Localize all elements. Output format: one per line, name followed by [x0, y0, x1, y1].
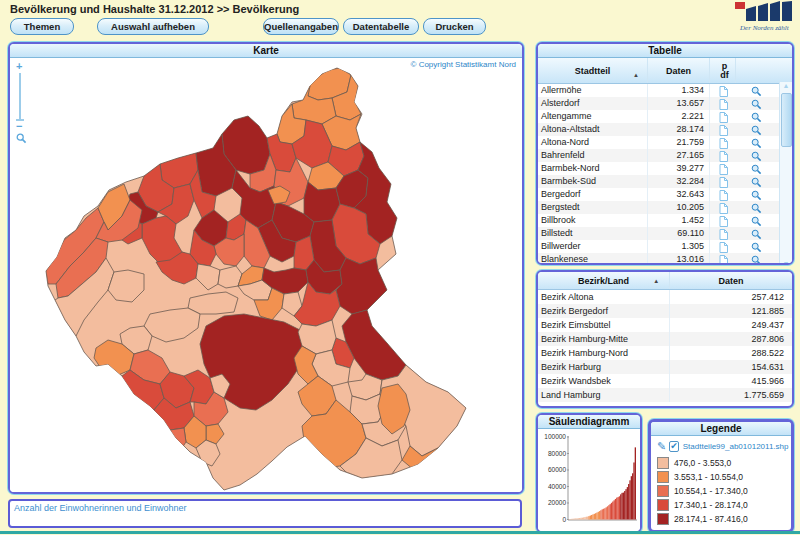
magnifier-icon[interactable]	[736, 240, 777, 253]
table-row[interactable]: Bergstedt10.205	[538, 201, 792, 214]
layer-name[interactable]: Stadtteile99_ab01012011.shp	[683, 442, 789, 451]
table-row[interactable]: Billstedt69.110	[538, 227, 792, 240]
pdf-icon[interactable]	[710, 175, 736, 188]
column-daten[interactable]: Daten	[648, 58, 710, 83]
column-pdf-line2: df	[720, 71, 729, 80]
magnifier-icon[interactable]	[736, 175, 777, 188]
table-row[interactable]: Barmbek-Nord39.277	[538, 162, 792, 175]
chart-bar	[602, 509, 603, 519]
table-scrollbar[interactable]: ▲ ▼	[779, 82, 792, 265]
bezirk-rows: Bezirk Altona257.412Bezirk Bergedorf121.…	[538, 290, 792, 402]
chart-bar	[635, 447, 636, 519]
magnifier-icon[interactable]	[736, 97, 777, 110]
bezirk-column-header: Bezirk/Land ▲ Daten	[538, 272, 792, 290]
magnifier-icon[interactable]	[736, 162, 777, 175]
chart-bar	[625, 489, 626, 519]
y-tick-label: 100000	[544, 433, 566, 440]
pdf-icon[interactable]	[710, 149, 736, 162]
choropleth-map[interactable]	[10, 58, 522, 494]
chart-bar	[608, 505, 609, 519]
table-row[interactable]: Altona-Altstadt28.174	[538, 123, 792, 136]
table-row[interactable]: Alsterdorf13.657	[538, 97, 792, 110]
table-row[interactable]: Bergedorf32.643	[538, 188, 792, 201]
pdf-icon[interactable]	[710, 201, 736, 214]
edit-pencil-icon[interactable]: ✎	[657, 441, 666, 452]
chart-bar	[604, 508, 605, 519]
footer-info-bar: Anzahl der Einwohnerinnen und Einwohner	[8, 499, 522, 528]
quellenangaben-button[interactable]: Quellenangaben	[263, 18, 339, 35]
table-row[interactable]: Allermöhe1.334	[538, 84, 792, 97]
pdf-icon[interactable]	[710, 162, 736, 175]
magnifier-icon[interactable]	[736, 214, 777, 227]
magnifier-icon[interactable]	[736, 188, 777, 201]
scroll-thumb[interactable]	[781, 93, 792, 147]
datentabelle-button[interactable]: Datentabelle	[343, 18, 419, 35]
y-tick-label: 20000	[548, 499, 566, 506]
magnifier-icon[interactable]	[736, 110, 777, 123]
column-bezirk-daten[interactable]: Daten	[670, 272, 792, 289]
pdf-icon[interactable]	[710, 110, 736, 123]
pdf-icon[interactable]	[710, 136, 736, 149]
table-row[interactable]: Blankenese13.016	[538, 253, 792, 265]
y-tick-label: 60000	[548, 466, 566, 473]
magnifier-icon[interactable]	[736, 84, 777, 97]
auswahl-aufheben-button[interactable]: Auswahl aufheben	[97, 18, 209, 35]
layer-checkbox[interactable]: ✔	[669, 441, 679, 452]
table-row[interactable]: Billbrook1.452	[538, 214, 792, 227]
pdf-icon[interactable]	[710, 253, 736, 265]
magnifier-icon[interactable]	[736, 149, 777, 162]
chart-bar	[578, 518, 579, 519]
table-row[interactable]: Billwerder1.305	[538, 240, 792, 253]
pdf-icon[interactable]	[710, 188, 736, 201]
table-row[interactable]: Altengamme2.221	[538, 110, 792, 123]
pdf-icon[interactable]	[710, 123, 736, 136]
chart-bar	[624, 491, 625, 519]
magnifier-icon[interactable]	[736, 201, 777, 214]
statistikamt-nord-logo: Der Norden zählt	[732, 1, 794, 33]
themen-button[interactable]: Themen	[10, 18, 74, 35]
scroll-up-icon[interactable]: ▲	[780, 82, 792, 89]
map-district[interactable]	[160, 428, 186, 454]
legend-body: ✎ ✔ Stadtteile99_ab01012011.shp 476,0 - …	[651, 436, 791, 525]
stadtteil-value: 13.657	[648, 97, 710, 110]
magnifier-icon[interactable]	[736, 136, 777, 149]
bezirk-value: 287.806	[670, 332, 792, 346]
drucken-button[interactable]: Drucken	[423, 18, 486, 35]
pdf-icon[interactable]	[710, 240, 736, 253]
table-row[interactable]: Altona-Nord21.759	[538, 136, 792, 149]
column-bezirk-land[interactable]: Bezirk/Land ▲	[538, 272, 670, 289]
pdf-icon[interactable]	[710, 227, 736, 240]
zoom-slider-handle[interactable]	[16, 119, 24, 121]
pdf-icon[interactable]	[710, 84, 736, 97]
sort-asc-icon: ▲	[633, 72, 639, 78]
pdf-icon[interactable]	[710, 214, 736, 227]
zoom-loupe-icon[interactable]	[16, 133, 32, 146]
sort-asc-icon: ▲	[653, 278, 659, 284]
stadtteil-value: 21.759	[648, 136, 710, 149]
table-row[interactable]: Barmbek-Süd32.284	[538, 175, 792, 188]
magnifier-icon[interactable]	[736, 227, 777, 240]
column-stadtteil[interactable]: Stadtteil ▲	[538, 58, 648, 83]
footer-label: Anzahl der Einwohnerinnen und Einwohner	[14, 503, 187, 513]
chart-bar	[570, 519, 571, 520]
stadtteil-value: 27.165	[648, 149, 710, 162]
bezirk-row: Bezirk Harburg154.631	[538, 360, 792, 374]
bezirk-row: Bezirk Altona257.412	[538, 290, 792, 304]
chart-bar	[623, 493, 624, 520]
bezirk-name: Bezirk Altona	[538, 290, 670, 304]
pdf-icon[interactable]	[710, 97, 736, 110]
page-title: Bevölkerung und Haushalte 31.12.2012 >> …	[10, 3, 299, 15]
chart-bar	[584, 517, 585, 519]
magnifier-icon[interactable]	[736, 123, 777, 136]
magnifier-icon[interactable]	[736, 253, 777, 265]
chart-bar	[598, 512, 599, 520]
chart-bar	[632, 473, 633, 519]
zoom-slider[interactable]	[19, 73, 21, 121]
scroll-down-icon[interactable]: ▼	[780, 260, 792, 265]
stadtteil-name: Altona-Altstadt	[538, 123, 648, 136]
legend-swatch	[657, 499, 669, 511]
map-canvas[interactable]: © Copyright Statistikamt Nord + −	[10, 58, 522, 494]
table-row[interactable]: Bahrenfeld27.165	[538, 149, 792, 162]
zoom-out-icon[interactable]: −	[16, 121, 32, 131]
zoom-in-icon[interactable]: +	[16, 61, 32, 71]
